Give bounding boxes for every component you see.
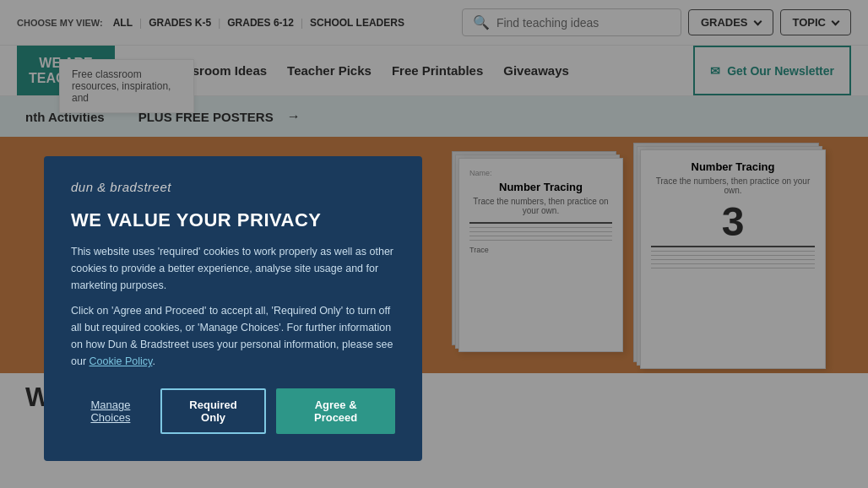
cookie-modal-title: WE VALUE YOUR PRIVACY [71, 209, 395, 231]
required-only-button[interactable]: Required Only [160, 388, 266, 434]
cookie-policy-link[interactable]: Cookie Policy [90, 355, 153, 367]
modal-buttons: Manage Choices Required Only Agree & Pro… [71, 388, 395, 434]
cookie-modal: dun & bradstreet WE VALUE YOUR PRIVACY T… [44, 156, 422, 461]
cookie-modal-paragraph1: This website uses 'required' cookies to … [71, 243, 395, 294]
dnb-brand: dun & bradstreet [71, 180, 395, 194]
cookie-modal-paragraph2: Click on 'Agree and Proceed' to accept a… [71, 302, 395, 370]
manage-choices-button[interactable]: Manage Choices [71, 399, 150, 424]
agree-proceed-button[interactable]: Agree & Proceed [276, 388, 395, 434]
dnb-brand-text: dun & bradstreet [71, 180, 171, 194]
